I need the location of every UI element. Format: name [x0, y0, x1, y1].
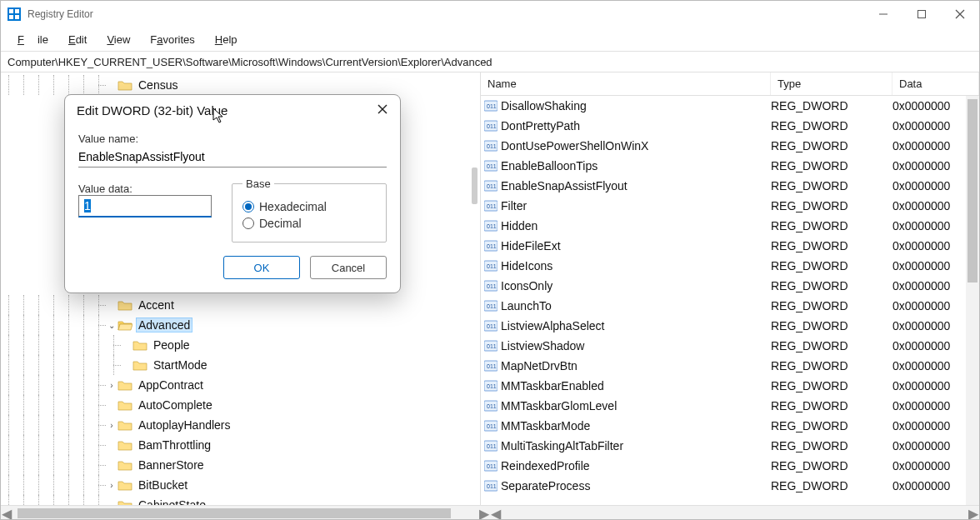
close-button[interactable]: [941, 1, 979, 28]
expand-toggle[interactable]: ⌄: [106, 321, 118, 330]
registry-value-icon: [481, 419, 501, 432]
minimize-button[interactable]: [864, 1, 902, 28]
tree-item[interactable]: ›BitBucket: [1, 475, 480, 495]
value-type: REG_DWORD: [771, 119, 892, 132]
maximize-button[interactable]: [902, 1, 941, 28]
tree-label: BannerStore: [136, 458, 207, 472]
list-row[interactable]: ReindexedProfileREG_DWORD0x0000000: [481, 456, 979, 476]
list-row[interactable]: MMTaskbarGlomLevelREG_DWORD0x0000000: [481, 396, 979, 416]
tree-item[interactable]: CabinetState: [1, 495, 480, 505]
list-row[interactable]: EnableBalloonTipsREG_DWORD0x0000000: [481, 156, 979, 176]
list-row[interactable]: MMTaskbarEnabledREG_DWORD0x0000000: [481, 376, 979, 396]
value-type: REG_DWORD: [771, 219, 892, 232]
registry-value-icon: [481, 319, 501, 332]
column-header-name[interactable]: Name: [481, 72, 771, 95]
tree-item[interactable]: People: [1, 335, 480, 355]
folder-icon: [118, 299, 132, 311]
list-row[interactable]: MMTaskbarModeREG_DWORD0x0000000: [481, 416, 979, 436]
tree-item[interactable]: Census: [1, 75, 480, 95]
value-name: Filter: [501, 199, 771, 212]
tree-item[interactable]: ›AutoplayHandlers: [1, 415, 480, 435]
radio-decimal[interactable]: Decimal: [242, 217, 376, 230]
expand-toggle[interactable]: ›: [106, 381, 118, 390]
tree-item[interactable]: BamThrottling: [1, 435, 480, 455]
registry-value-icon: [481, 159, 501, 172]
value-name: ListviewShadow: [501, 339, 771, 352]
list-row[interactable]: DontUsePowerShellOnWinXREG_DWORD0x000000…: [481, 136, 979, 156]
list-row[interactable]: MapNetDrvBtnREG_DWORD0x0000000: [481, 356, 979, 376]
list-row[interactable]: ListviewShadowREG_DWORD0x0000000: [481, 336, 979, 356]
tree-item[interactable]: Accent: [1, 295, 480, 315]
hscroll-right-arrow-2[interactable]: ▶: [968, 506, 979, 520]
list-row[interactable]: MultiTaskingAltTabFilterREG_DWORD0x00000…: [481, 436, 979, 456]
radio-dec-indicator: [242, 218, 254, 229]
cursor-icon: [212, 108, 226, 128]
splitter-grip[interactable]: [472, 168, 478, 204]
menu-favorites[interactable]: Favorites: [143, 33, 201, 46]
dialog-title: Edit DWORD (32-bit) Value: [77, 103, 228, 118]
base-group: Base Hexadecimal Decimal: [232, 178, 387, 242]
value-type: REG_DWORD: [771, 359, 892, 372]
list-row[interactable]: SeparateProcessREG_DWORD0x0000000: [481, 476, 979, 496]
svg-rect-2: [9, 15, 13, 19]
menu-edit[interactable]: Edit: [62, 33, 93, 46]
radio-hexadecimal[interactable]: Hexadecimal: [242, 200, 376, 213]
list-row[interactable]: HideFileExtREG_DWORD0x0000000: [481, 236, 979, 256]
menu-bar: File Edit View Favorites Help: [1, 28, 979, 51]
hscroll-left-arrow[interactable]: ◀: [1, 506, 12, 520]
folder-icon: [118, 499, 132, 505]
expand-toggle[interactable]: ›: [106, 481, 118, 490]
list-row[interactable]: EnableSnapAssistFlyoutREG_DWORD0x0000000: [481, 176, 979, 196]
hscroll-right-arrow[interactable]: ▶: [478, 506, 490, 520]
tree-item[interactable]: BannerStore: [1, 455, 480, 475]
address-bar[interactable]: Computer\HKEY_CURRENT_USER\Software\Micr…: [1, 51, 979, 72]
expand-toggle[interactable]: ›: [106, 421, 118, 430]
value-name: HideIcons: [501, 259, 771, 272]
tree-label: AutoplayHandlers: [136, 418, 233, 432]
tree-label: CabinetState: [136, 498, 208, 505]
value-name: ReindexedProfile: [501, 459, 771, 472]
value-type: REG_DWORD: [771, 279, 892, 292]
registry-value-icon: [481, 359, 501, 372]
ok-button[interactable]: OK: [223, 256, 300, 279]
hscroll-left-arrow-2[interactable]: ◀: [490, 506, 502, 520]
tree-item[interactable]: StartMode: [1, 355, 480, 375]
list-row[interactable]: FilterREG_DWORD0x0000000: [481, 196, 979, 216]
tree-item[interactable]: AutoComplete: [1, 395, 480, 415]
value-name-label: Value name:: [78, 132, 387, 145]
tree-label: Census: [136, 78, 180, 92]
value-type: REG_DWORD: [771, 319, 892, 332]
list-pane[interactable]: Name Type Data DisallowShakingREG_DWORD0…: [481, 72, 979, 505]
list-row[interactable]: IconsOnlyREG_DWORD0x0000000: [481, 276, 979, 296]
value-name: MMTaskbarGlomLevel: [501, 399, 771, 412]
value-name-input[interactable]: [78, 147, 387, 168]
tree-item[interactable]: ›AppContract: [1, 375, 480, 395]
value-name: EnableBalloonTips: [501, 159, 771, 172]
column-header-type[interactable]: Type: [771, 72, 892, 95]
vertical-scrollbar[interactable]: [966, 96, 979, 505]
registry-value-icon: [481, 439, 501, 452]
value-type: REG_DWORD: [771, 239, 892, 252]
list-row[interactable]: HideIconsREG_DWORD0x0000000: [481, 256, 979, 276]
dialog-close-button[interactable]: [377, 103, 388, 118]
tree-label: AppContract: [136, 378, 206, 392]
list-row[interactable]: HiddenREG_DWORD0x0000000: [481, 216, 979, 236]
menu-file[interactable]: File: [11, 33, 55, 46]
value-type: REG_DWORD: [771, 99, 892, 112]
tree-label: People: [151, 338, 192, 352]
value-type: REG_DWORD: [771, 399, 892, 412]
value-name: IconsOnly: [501, 279, 771, 292]
menu-help[interactable]: Help: [208, 33, 244, 46]
list-row[interactable]: DisallowShakingREG_DWORD0x0000000: [481, 96, 979, 116]
menu-view[interactable]: View: [100, 33, 137, 46]
value-type: REG_DWORD: [771, 139, 892, 152]
list-row[interactable]: DontPrettyPathREG_DWORD0x0000000: [481, 116, 979, 136]
column-header-data[interactable]: Data: [892, 72, 979, 95]
hscroll-thumb-left[interactable]: [18, 508, 451, 518]
cancel-button[interactable]: Cancel: [310, 256, 387, 279]
list-row[interactable]: LaunchToREG_DWORD0x0000000: [481, 296, 979, 316]
value-data-input[interactable]: [78, 195, 212, 218]
list-row[interactable]: ListviewAlphaSelectREG_DWORD0x0000000: [481, 316, 979, 336]
folder-icon: [118, 319, 132, 331]
tree-item[interactable]: ⌄Advanced: [1, 315, 480, 335]
